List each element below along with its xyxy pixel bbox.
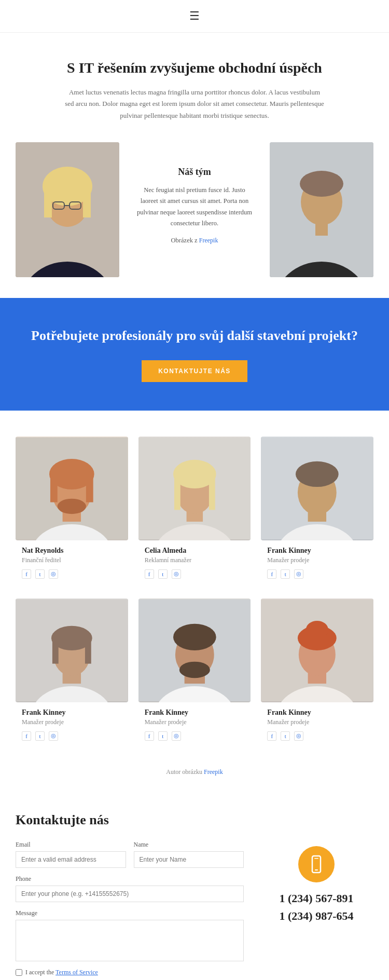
team-intro-credit: Obrázek z Freepik xyxy=(135,235,254,246)
member-role-6: Manažer prodeje xyxy=(267,718,367,726)
twitter-icon-6[interactable]: t xyxy=(281,731,290,741)
member-name-1: Nat Reynolds xyxy=(22,547,122,555)
member-name-5: Frank Kinney xyxy=(145,709,245,717)
name-input[interactable] xyxy=(134,851,244,868)
member-role-4: Manažer prodeje xyxy=(22,718,122,726)
instagram-icon-2[interactable]: ◎ xyxy=(172,569,181,579)
name-label: Name xyxy=(134,841,244,849)
svg-point-46 xyxy=(179,661,210,678)
email-label: Email xyxy=(16,841,126,849)
facebook-icon-5[interactable]: f xyxy=(145,731,154,741)
facebook-icon-6[interactable]: f xyxy=(267,731,276,741)
phone-input[interactable] xyxy=(16,886,244,902)
member-role-5: Manažer prodeje xyxy=(145,718,245,726)
member-name-6: Frank Kinney xyxy=(267,709,367,717)
phone-number-1: 1 (234) 567-891 xyxy=(280,892,354,905)
terms-checkbox[interactable] xyxy=(16,969,22,976)
svg-point-21 xyxy=(58,498,86,514)
svg-rect-4 xyxy=(44,186,52,217)
phone-label: Phone xyxy=(16,875,244,883)
hero-description: Amet luctus venenatis lectus magna fring… xyxy=(65,87,324,121)
cta-button[interactable]: KONTAKTUJTE NÁS xyxy=(142,360,247,382)
member-photo-2 xyxy=(138,437,251,540)
contact-title: Kontaktujte nás xyxy=(16,812,373,828)
member-silhouette-1 xyxy=(16,437,128,540)
team-center-text: Náš tým Nec feugiat nisl pretium fusce i… xyxy=(119,142,270,277)
team-member-2: Celia Almeda Reklamní manažer f t ◎ xyxy=(138,437,251,598)
team-member-3: Frank Kinney Manažer prodeje f t ◎ xyxy=(261,437,373,598)
contact-section: Kontaktujte nás Email Name Phone xyxy=(0,792,389,980)
svg-point-13 xyxy=(300,171,343,197)
phone-number-2: 1 (234) 987-654 xyxy=(280,909,354,923)
team-member-4: Frank Kinney Manažer prodeje f t ◎ xyxy=(16,598,128,760)
svg-rect-40 xyxy=(85,638,91,663)
member-silhouette-2 xyxy=(138,437,251,540)
team-member-1: Nat Reynolds Finanční ředitel f t ◎ xyxy=(16,437,128,598)
twitter-icon-5[interactable]: t xyxy=(158,731,168,741)
hero-section: S IT řešením zvyšujeme obchodní úspěch A… xyxy=(0,33,389,142)
message-group: Message xyxy=(16,909,244,961)
member-silhouette-3 xyxy=(261,437,373,540)
member-name-4: Frank Kinney xyxy=(22,709,122,717)
member-role-1: Finanční ředitel xyxy=(22,556,122,564)
team-photo-right xyxy=(270,142,373,277)
message-input[interactable] xyxy=(16,920,244,961)
hero-title: S IT řešením zvyšujeme obchodní úspěch xyxy=(41,59,348,77)
instagram-icon-6[interactable]: ◎ xyxy=(294,731,303,741)
svg-rect-19 xyxy=(50,474,58,502)
team-members-section: Nat Reynolds Finanční ředitel f t ◎ xyxy=(0,437,389,792)
member-silhouette-6 xyxy=(261,598,373,702)
team-intro-title: Náš tým xyxy=(135,167,254,178)
svg-rect-54 xyxy=(315,869,318,870)
svg-rect-5 xyxy=(83,186,91,217)
team-member-5: Frank Kinney Manažer prodeje f t ◎ xyxy=(138,598,251,760)
facebook-icon-4[interactable]: f xyxy=(22,731,31,741)
svg-rect-28 xyxy=(209,474,215,510)
instagram-icon-3[interactable]: ◎ xyxy=(294,569,303,579)
facebook-icon-3[interactable]: f xyxy=(267,569,276,579)
svg-point-33 xyxy=(296,461,339,487)
instagram-icon-1[interactable]: ◎ xyxy=(49,569,58,579)
member-role-3: Manažer prodeje xyxy=(267,556,367,564)
attribution-text: Autor obrázku Freepik xyxy=(0,766,389,792)
twitter-icon-1[interactable]: t xyxy=(35,569,45,579)
team-intro-description: Nec feugiat nisl pretium fusce id. Justo… xyxy=(135,185,254,229)
svg-rect-55 xyxy=(314,858,318,859)
facebook-icon-2[interactable]: f xyxy=(145,569,154,579)
member-role-2: Reklamní manažer xyxy=(145,556,245,564)
terms-link[interactable]: Terms of Service xyxy=(55,969,98,976)
member-photo-1 xyxy=(16,437,128,540)
member-photo-3 xyxy=(261,437,373,540)
cta-title: Potřebujete profesionály pro svůj další … xyxy=(16,326,373,345)
email-group: Email xyxy=(16,841,126,868)
member-silhouette-4 xyxy=(16,598,128,702)
instagram-icon-5[interactable]: ◎ xyxy=(172,731,181,741)
message-label: Message xyxy=(16,909,244,917)
contact-info: 1 (234) 567-891 1 (234) 987-654 xyxy=(259,841,373,980)
svg-rect-27 xyxy=(174,474,180,510)
twitter-icon-2[interactable]: t xyxy=(158,569,168,579)
team-member-6: Frank Kinney Manažer prodeje f t ◎ xyxy=(261,598,373,760)
facebook-icon-1[interactable]: f xyxy=(22,569,31,579)
member-photo-5 xyxy=(138,598,251,702)
member-silhouette-5 xyxy=(138,598,251,702)
svg-rect-20 xyxy=(86,474,93,502)
navbar: ☰ xyxy=(0,0,389,33)
twitter-icon-3[interactable]: t xyxy=(281,569,290,579)
freepik-attribution-link[interactable]: Freepik xyxy=(204,768,223,775)
terms-label: I accept the Terms of Service xyxy=(25,969,98,976)
contact-form: Email Name Phone Message xyxy=(16,841,244,980)
hamburger-icon[interactable]: ☰ xyxy=(189,9,200,23)
member-name-3: Frank Kinney xyxy=(267,547,367,555)
team-intro-section: Náš tým Nec feugiat nisl pretium fusce i… xyxy=(0,142,389,277)
svg-rect-39 xyxy=(52,638,59,663)
cta-section: Potřebujete profesionály pro svůj další … xyxy=(0,298,389,411)
email-input[interactable] xyxy=(16,851,126,868)
instagram-icon-4[interactable]: ◎ xyxy=(49,731,58,741)
team-photo-left xyxy=(16,142,119,277)
svg-point-52 xyxy=(306,621,328,639)
twitter-icon-4[interactable]: t xyxy=(35,731,45,741)
member-photo-6 xyxy=(261,598,373,702)
person-silhouette-left xyxy=(16,142,119,277)
freepik-link[interactable]: Freepik xyxy=(199,237,218,244)
